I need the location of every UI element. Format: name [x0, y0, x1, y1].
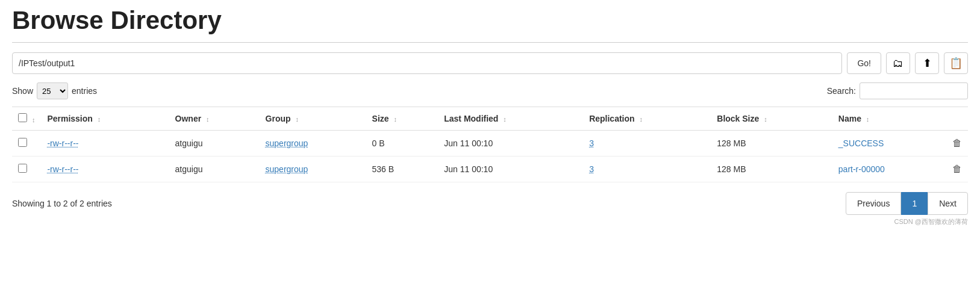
showing-text: Showing 1 to 2 of 2 entries — [12, 199, 112, 208]
sort-icon-block-size: ↕ — [764, 116, 767, 123]
delete-icon-1[interactable]: 🗑 — [952, 164, 962, 174]
delete-icon-0[interactable]: 🗑 — [952, 138, 962, 148]
col-name: Name ↕ — [832, 107, 946, 131]
path-bar: Go! 🗂 ⬆ 📋 — [12, 52, 968, 74]
watermark: CSDN @西智撒欢的薄荷 — [12, 217, 968, 226]
permission-1[interactable]: -rw-r--r-- — [47, 164, 78, 174]
directory-table: ↕ Permission ↕ Owner ↕ Group ↕ Size ↕ La… — [12, 107, 968, 182]
last-modified-1: Jun 11 00:10 — [438, 157, 583, 182]
group-0[interactable]: supergroup — [266, 138, 308, 148]
col-group: Group ↕ — [260, 107, 366, 131]
list-icon-button[interactable]: 📋 — [944, 52, 968, 74]
select-all-sort-icon: ↕ — [32, 116, 36, 123]
table-row: -rw-r--r--atguigusupergroup0 BJun 11 00:… — [12, 131, 968, 157]
replication-1[interactable]: 3 — [589, 164, 594, 174]
show-entries-group: Show 10 25 50 100 entries — [12, 82, 97, 99]
entries-label: entries — [72, 86, 97, 96]
sort-icon-permission: ↕ — [98, 116, 101, 123]
sort-icon-name: ↕ — [866, 116, 870, 123]
block-size-1: 128 MB — [711, 157, 832, 182]
page-title: Browse Directory — [12, 6, 968, 35]
file-name-0[interactable]: _SUCCESS — [838, 138, 884, 148]
pagination-area: Showing 1 to 2 of 2 entries Previous 1 N… — [12, 192, 968, 215]
group-1[interactable]: supergroup — [266, 164, 308, 174]
select-all-checkbox[interactable] — [18, 113, 27, 122]
owner-1: atguigu — [169, 157, 260, 182]
folder-icon: 🗂 — [893, 57, 904, 70]
sort-icon-size: ↕ — [393, 116, 397, 123]
size-1: 536 B — [366, 157, 439, 182]
show-label: Show — [12, 86, 33, 96]
col-actions — [946, 107, 968, 131]
permission-0[interactable]: -rw-r--r-- — [47, 138, 78, 148]
col-block-size: Block Size ↕ — [711, 107, 832, 131]
pagination-buttons: Previous 1 Next — [846, 192, 968, 215]
search-label: Search: — [827, 86, 856, 96]
upload-icon-button[interactable]: ⬆ — [915, 52, 939, 74]
search-input[interactable] — [860, 82, 968, 99]
folder-icon-button[interactable]: 🗂 — [886, 52, 910, 74]
col-replication: Replication ↕ — [583, 107, 711, 131]
path-input[interactable] — [12, 52, 842, 74]
sort-icon-owner: ↕ — [206, 116, 210, 123]
row-checkbox-0[interactable] — [18, 138, 27, 147]
go-button[interactable]: Go! — [847, 52, 881, 74]
entries-select[interactable]: 10 25 50 100 — [37, 82, 68, 99]
block-size-0: 128 MB — [711, 131, 832, 157]
col-owner: Owner ↕ — [169, 107, 260, 131]
upload-icon: ⬆ — [923, 57, 932, 70]
controls-row: Show 10 25 50 100 entries Search: — [12, 82, 968, 99]
sort-icon-replication: ↕ — [639, 116, 643, 123]
col-last-modified: Last Modified ↕ — [438, 107, 583, 131]
page-1-button[interactable]: 1 — [901, 192, 928, 215]
col-size: Size ↕ — [366, 107, 439, 131]
row-checkbox-1[interactable] — [18, 164, 27, 173]
sort-icon-last-modified: ↕ — [503, 116, 507, 123]
list-icon: 📋 — [949, 57, 963, 70]
previous-button[interactable]: Previous — [846, 192, 901, 215]
sort-icon-group: ↕ — [295, 116, 299, 123]
col-permission: Permission ↕ — [41, 107, 169, 131]
table-row: -rw-r--r--atguigusupergroup536 BJun 11 0… — [12, 157, 968, 182]
replication-0[interactable]: 3 — [589, 138, 594, 148]
size-0: 0 B — [366, 131, 439, 157]
next-button[interactable]: Next — [928, 192, 968, 215]
search-group: Search: — [827, 82, 968, 99]
file-name-1[interactable]: part-r-00000 — [838, 164, 885, 174]
owner-0: atguigu — [169, 131, 260, 157]
last-modified-0: Jun 11 00:10 — [438, 131, 583, 157]
